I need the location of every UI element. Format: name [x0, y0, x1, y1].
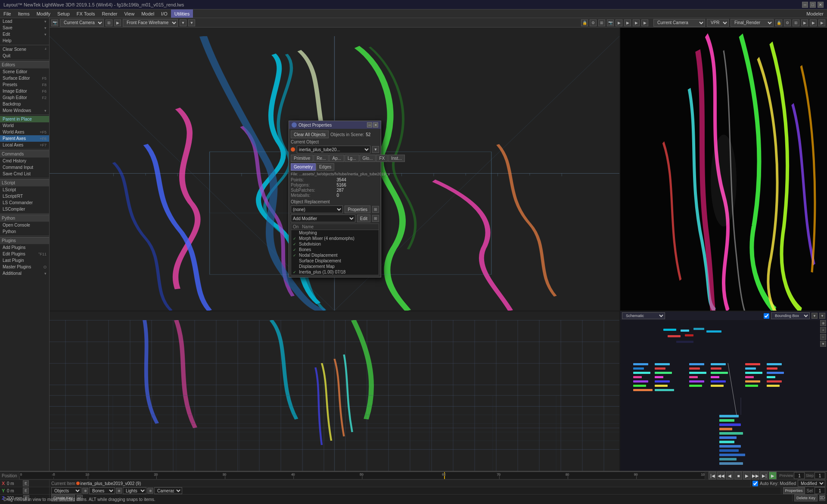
view-mode-select[interactable]: Front Face Wireframe	[123, 19, 178, 27]
objects-expand[interactable]: ⊕	[82, 488, 88, 494]
modifier-options-icon[interactable]: ⊞	[372, 215, 379, 222]
menu-file[interactable]: File	[0, 9, 15, 18]
sidebar-backdrop[interactable]: Backdrop	[0, 101, 49, 107]
delete-key-icon[interactable]: ⌦	[819, 495, 825, 501]
sidebar-open-console[interactable]: Open Console	[0, 222, 49, 228]
sidebar-parent-in-place[interactable]: Parent in Place	[0, 116, 49, 122]
sch-btn2[interactable]: ▼	[819, 313, 825, 319]
view-toggle-icon[interactable]: ⊞	[106, 19, 112, 26]
replacement-select[interactable]: (none)	[291, 205, 343, 213]
sidebar-load[interactable]: Load ▾	[0, 18, 49, 25]
add-modifier-select[interactable]: Add Modifier	[291, 215, 355, 222]
modifier-disp-map[interactable]: Displacement Map	[291, 264, 379, 269]
tab-edges[interactable]: Edges	[316, 163, 334, 171]
menu-utilities[interactable]: Utilities	[171, 9, 193, 18]
timeline-ruler[interactable]: 0 -5 10 20 30 40	[19, 472, 706, 479]
next-1frame-btn[interactable]: ▶	[743, 472, 751, 479]
modifier-morph-mixer[interactable]: ✓ Morph Mixer (4 endomorphs)	[291, 236, 379, 241]
top-right-viewport[interactable]	[620, 28, 827, 311]
bottom-left-viewport[interactable]	[50, 311, 619, 471]
sch-btn1[interactable]: ▼	[811, 313, 818, 319]
camera-icon2[interactable]: 📷	[607, 19, 614, 26]
cameras-expand[interactable]: ⊕	[147, 488, 153, 494]
vp-icon2[interactable]: ▶	[810, 19, 817, 26]
sidebar-last-plugin[interactable]: Last Plugin	[0, 257, 49, 264]
sidebar-clear-scene[interactable]: Clear Scene ⁴	[0, 46, 49, 53]
sch-zoom-fit[interactable]: ⊕	[820, 320, 826, 326]
sidebar-local-axes[interactable]: Local Axes +F7	[0, 142, 49, 148]
auto-key-checkbox[interactable]	[752, 481, 758, 486]
sidebar-additional[interactable]: Additional ▾	[0, 270, 49, 277]
dialog-minimize[interactable]: ─	[367, 122, 372, 128]
sidebar-scene-editor[interactable]: Scene Editor	[0, 68, 49, 75]
properties-btn[interactable]: Properties	[345, 205, 370, 213]
modeler-btn[interactable]: Modeler	[803, 9, 827, 18]
objects-select[interactable]: Objects	[51, 487, 81, 494]
cameras-select[interactable]: Cameras	[154, 487, 182, 494]
next-frame-btn[interactable]: ▶▶	[752, 472, 759, 479]
sidebar-master-plugins[interactable]: Master Plugins O	[0, 264, 49, 270]
minimize-btn[interactable]: ─	[802, 2, 808, 8]
view-icon4[interactable]: ▶	[616, 19, 622, 26]
menu-io[interactable]: I/O	[158, 9, 171, 18]
bones-select[interactable]: Bones	[89, 487, 115, 494]
sidebar-lscompiler[interactable]: LSCompiler	[0, 206, 49, 212]
grid-icon[interactable]: ⊞	[598, 19, 605, 26]
tab-glo[interactable]: Glo...	[360, 155, 376, 162]
dialog-close[interactable]: ✕	[373, 122, 378, 128]
sch-zoom-in[interactable]: +	[820, 327, 826, 333]
view-icon7[interactable]: ▶	[641, 19, 648, 26]
tab-primitive[interactable]: Primitive	[291, 155, 313, 162]
x-e-btn[interactable]: E	[23, 480, 29, 486]
sidebar-surface-editor[interactable]: Surface Editor F5	[0, 75, 49, 81]
sidebar-image-editor[interactable]: Image Editor F6	[0, 88, 49, 94]
view-mode-icon[interactable]: ▶	[114, 19, 121, 26]
goto-end-btn[interactable]: ▶|	[760, 472, 768, 479]
play-btn[interactable]: ▶	[769, 472, 777, 479]
step-value[interactable]	[815, 472, 825, 479]
view-icon2[interactable]: ▼	[180, 19, 187, 26]
vp-grid-icon[interactable]: ⊞	[793, 19, 799, 26]
tab-inst[interactable]: Inst...	[388, 155, 404, 162]
menu-setup[interactable]: Setup	[54, 9, 73, 18]
stop-btn[interactable]: ■	[734, 472, 742, 479]
goto-start-btn[interactable]: |◀	[709, 472, 716, 479]
camera-select[interactable]: Current Camera	[60, 19, 104, 27]
menu-modify[interactable]: Modify	[33, 9, 54, 18]
sch-scroll[interactable]: ▼	[820, 341, 826, 347]
tab-lg[interactable]: Lg...	[345, 155, 359, 162]
lights-expand[interactable]: ⊕	[116, 488, 122, 494]
modifier-surface-disp[interactable]: Surface Displacement	[291, 258, 379, 264]
sel-properties-btn[interactable]: Properties	[783, 487, 805, 494]
camera-icon[interactable]: 📷	[51, 19, 58, 26]
schematic-select[interactable]: Schematic	[622, 312, 665, 319]
sidebar-presets[interactable]: Presets F8	[0, 81, 49, 88]
view-icon6[interactable]: ▶	[633, 19, 640, 26]
modifier-bones[interactable]: ✓ Bones	[291, 247, 379, 252]
tab-geometry[interactable]: Geometry	[291, 163, 316, 171]
prev-1frame-btn[interactable]: ◀	[726, 472, 734, 479]
lights-select[interactable]: Lights	[123, 487, 146, 494]
tab-ap[interactable]: Ap...	[329, 155, 344, 162]
sidebar-save-cmd-list[interactable]: Save Cmd List	[0, 171, 49, 177]
view-icon3[interactable]: ▼	[188, 19, 195, 26]
menu-items[interactable]: Items	[15, 9, 33, 18]
bbox-checkbox[interactable]	[764, 313, 769, 319]
sch-zoom-out[interactable]: −	[820, 334, 826, 340]
sidebar-world[interactable]: World	[0, 122, 49, 129]
clear-all-objects-btn[interactable]: Clear All Objects	[291, 131, 329, 138]
sidebar-lscript[interactable]: LScript	[0, 187, 49, 193]
sidebar-edit[interactable]: Edit ▾	[0, 31, 49, 37]
sidebar-ls-commander[interactable]: LS Commander	[0, 199, 49, 206]
sidebar-lscript-rt[interactable]: LScript/RT	[0, 193, 49, 199]
sel-input[interactable]	[815, 487, 825, 494]
right-camera-select[interactable]: Current Camera	[653, 19, 705, 27]
prev-frame-btn[interactable]: ◀◀	[717, 472, 725, 479]
modifier-subdivision[interactable]: ✓ Subdivision	[291, 241, 379, 247]
close-btn[interactable]: ✕	[818, 2, 824, 8]
current-object-select[interactable]: inertia_plus_tube20...	[297, 146, 370, 153]
menu-render[interactable]: Render	[98, 9, 121, 18]
view-icon5[interactable]: ▶	[624, 19, 631, 26]
auto-key-select[interactable]: Modified	[798, 480, 825, 487]
y-e-btn[interactable]: E	[23, 488, 29, 494]
